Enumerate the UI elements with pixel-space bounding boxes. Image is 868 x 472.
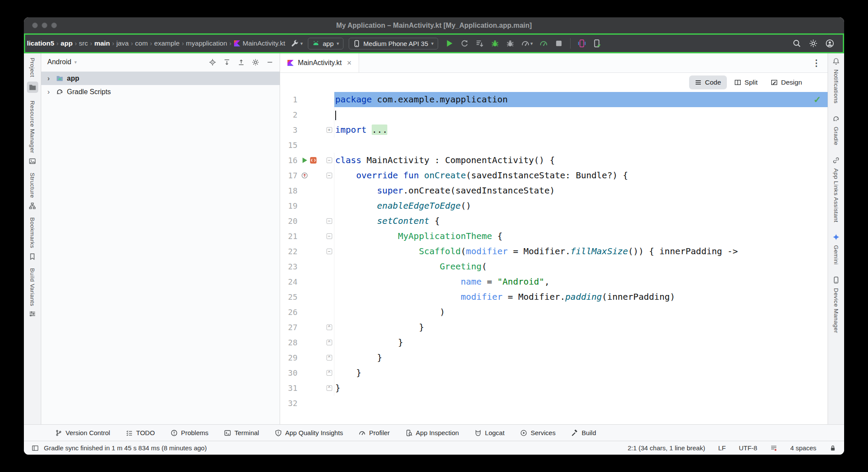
override-gutter-icon[interactable] (301, 172, 308, 179)
view-mode-design[interactable]: Design (765, 75, 808, 89)
code-line[interactable]: 28^ } (280, 335, 828, 350)
stop-button[interactable] (554, 39, 563, 48)
code-line[interactable]: 22− Scaffold(modifier = Modifier.fillMax… (280, 244, 828, 259)
tool-window-button-resource-manager[interactable]: Resource Manager (29, 101, 36, 165)
code-line[interactable]: 30^ } (280, 365, 828, 380)
locate-file-button[interactable] (209, 59, 216, 66)
run-gutter-icon[interactable] (301, 157, 308, 164)
fold-marker-open[interactable]: − (327, 173, 332, 178)
collapse-all-button[interactable] (238, 59, 245, 66)
fold-marker-open[interactable]: − (327, 233, 332, 239)
breadcrumb-segment-java[interactable]: java (116, 39, 129, 47)
code-line[interactable]: 23 Greeting( (280, 259, 828, 274)
code-line[interactable]: 17− override fun onCreate(savedInstanceS… (280, 168, 828, 183)
fold-marker-end[interactable]: ^ (327, 385, 332, 391)
code-line[interactable]: 26 ) (280, 305, 828, 320)
fold-marker-folded[interactable]: + (327, 127, 332, 133)
fold-marker-end[interactable]: ^ (327, 340, 332, 345)
tool-window-button-project[interactable]: Project (27, 58, 38, 93)
code-line[interactable]: 21− MyApplicationTheme { (280, 229, 828, 244)
breadcrumb-segment-example[interactable]: example (154, 39, 180, 47)
debug-button[interactable] (491, 39, 499, 48)
build-tool-menu[interactable]: ▾ (290, 39, 303, 48)
code-line[interactable]: 19 enableEdgeToEdge() (280, 198, 828, 213)
fold-marker-end[interactable]: ^ (327, 355, 332, 361)
breadcrumb-segment-com[interactable]: com (135, 39, 148, 47)
running-devices-button[interactable] (578, 39, 586, 48)
code-line[interactable]: 24 name = "Android", (280, 274, 828, 289)
breadcrumb-segment-app[interactable]: app (61, 39, 73, 47)
bottom-tool-window-logcat[interactable]: Logcat (475, 429, 505, 436)
bottom-tool-window-terminal[interactable]: Terminal (224, 429, 259, 436)
zoom-window-button[interactable] (51, 23, 57, 28)
device-manager-button[interactable] (593, 39, 601, 48)
line-separator[interactable]: LF (718, 444, 726, 452)
fold-marker-end[interactable]: ^ (327, 324, 332, 330)
breadcrumb-segment-main[interactable]: main (94, 39, 110, 47)
tool-window-button-structure[interactable]: Structure (29, 173, 36, 210)
fold-marker-open[interactable]: − (327, 218, 332, 224)
device-selector[interactable]: Medium Phone API 35 ▾ (349, 38, 438, 49)
code-line[interactable]: 16−class MainActivity : ComponentActivit… (280, 153, 828, 168)
indent-setting[interactable]: 4 spaces (790, 444, 816, 452)
settings-button[interactable] (809, 39, 818, 48)
code-line[interactable]: 18 super.onCreate(savedInstanceState) (280, 183, 828, 198)
code-editor[interactable]: 1package com.example.myapplication23+imp… (280, 92, 828, 424)
view-mode-split[interactable]: Split (729, 75, 763, 89)
tool-window-button-bookmarks[interactable]: Bookmarks (29, 217, 36, 260)
fold-marker-end[interactable]: ^ (327, 370, 332, 376)
view-mode-code[interactable]: Code (689, 75, 727, 89)
tool-window-button-app-links-assistant[interactable]: App Links Assistant (832, 157, 840, 223)
apply-code-changes-button[interactable] (475, 39, 484, 48)
profile-low-overhead-button[interactable] (539, 39, 548, 48)
panel-settings-button[interactable] (252, 59, 259, 66)
search-everywhere-button[interactable] (792, 39, 801, 48)
tool-window-button-gradle[interactable]: Gradle (832, 115, 840, 145)
run-button[interactable] (445, 39, 454, 48)
bottom-tool-window-profiler[interactable]: Profiler (359, 429, 390, 436)
expand-all-button[interactable] (223, 59, 231, 66)
code-line[interactable]: 2 (280, 107, 828, 122)
tree-item-gradle-scripts[interactable]: ›Gradle Scripts (41, 85, 280, 98)
breadcrumb-segment-lication5[interactable]: lication5 (27, 39, 54, 47)
code-line[interactable]: 32 (280, 396, 828, 411)
toggle-panels-icon[interactable] (32, 445, 39, 452)
file-encoding[interactable]: UTF-8 (739, 444, 757, 452)
run-configuration-select[interactable]: app ▾ (308, 38, 343, 49)
tool-window-button-notifications[interactable]: Notifications (832, 58, 840, 104)
bottom-tool-window-build[interactable]: Build (571, 429, 596, 436)
breadcrumb-segment-mainactivity-kt[interactable]: MainActivity.kt (234, 39, 285, 47)
readonly-toggle[interactable] (829, 445, 836, 452)
caret-position[interactable]: 2:1 (34 chars, 1 line break) (628, 444, 705, 452)
code-line[interactable]: 29^ } (280, 350, 828, 365)
code-line[interactable]: 27^ } (280, 320, 828, 335)
code-line[interactable]: 25 modifier = Modifier.padding(innerPadd… (280, 289, 828, 305)
breadcrumb-segment-src[interactable]: src (79, 39, 88, 47)
fold-marker-open[interactable]: − (327, 157, 332, 163)
more-options-icon[interactable]: ⋮ (812, 58, 828, 68)
bottom-tool-window-app-inspection[interactable]: App Inspection (406, 429, 459, 436)
compose-gutter-icon[interactable] (310, 157, 317, 164)
code-line[interactable]: 31^} (280, 380, 828, 396)
bottom-tool-window-todo[interactable]: TODO (126, 429, 155, 436)
bottom-tool-window-version-control[interactable]: Version Control (55, 429, 110, 436)
bottom-tool-window-services[interactable]: Services (520, 429, 556, 436)
code-line[interactable]: 20− setContent { (280, 213, 828, 229)
close-window-button[interactable] (32, 23, 38, 28)
bottom-tool-window-app-quality-insights[interactable]: App Quality Insights (275, 429, 343, 436)
bottom-tool-window-problems[interactable]: Problems (171, 429, 208, 436)
profiler-button[interactable]: ▾ (521, 39, 533, 48)
code-line[interactable]: 1package com.example.myapplication (280, 92, 828, 107)
hide-panel-button[interactable] (266, 59, 274, 66)
tool-window-button-gemini[interactable]: Gemini (832, 233, 840, 265)
code-line[interactable]: 15 (280, 138, 828, 153)
tool-window-button-build-variants[interactable]: Build Variants (29, 268, 36, 318)
editor-tab-mainactivity-kt[interactable]: MainActivity.kt× (280, 53, 359, 72)
code-style-indicator[interactable] (770, 445, 777, 452)
fold-marker-open[interactable]: − (327, 249, 332, 254)
code-line[interactable]: 3+import ... (280, 122, 828, 138)
breadcrumb-segment-myapplication[interactable]: myapplication (186, 39, 227, 47)
project-view-selector[interactable]: Android (47, 58, 71, 66)
apply-changes-button[interactable] (460, 39, 469, 48)
profile-avatar-button[interactable] (825, 39, 834, 48)
